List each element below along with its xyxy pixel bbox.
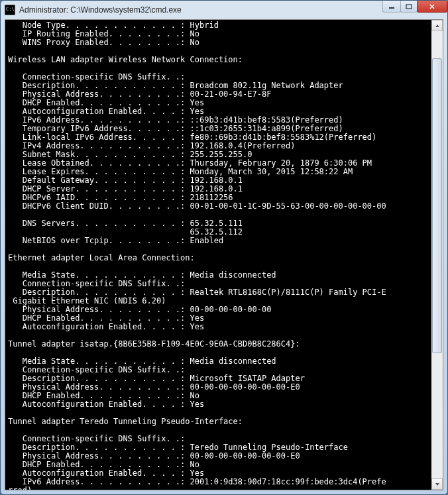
window-controls (383, 1, 447, 13)
cmd-icon: C:\ (5, 5, 15, 15)
console-output: Node Type. . . . . . . . . . . . : Hybri… (5, 20, 431, 490)
scroll-thumb[interactable] (432, 58, 442, 354)
close-button[interactable] (417, 1, 447, 13)
svg-rect-3 (389, 7, 394, 9)
scroll-down-button[interactable] (431, 478, 443, 490)
minimize-button[interactable] (382, 1, 401, 13)
cmd-window: C:\ Administrator: C:\Windows\system32\c… (0, 0, 448, 495)
scroll-up-button[interactable] (431, 20, 443, 31)
window-title: Administrator: C:\Windows\system32\cmd.e… (19, 5, 443, 15)
svg-text:C:\: C:\ (6, 7, 15, 12)
scroll-track[interactable] (431, 31, 443, 478)
vertical-scrollbar[interactable] (431, 20, 443, 490)
titlebar[interactable]: C:\ Administrator: C:\Windows\system32\c… (1, 1, 447, 19)
svg-rect-4 (406, 5, 412, 9)
maximize-button[interactable] (400, 1, 418, 13)
client-area: Node Type. . . . . . . . . . . . : Hybri… (5, 19, 443, 490)
